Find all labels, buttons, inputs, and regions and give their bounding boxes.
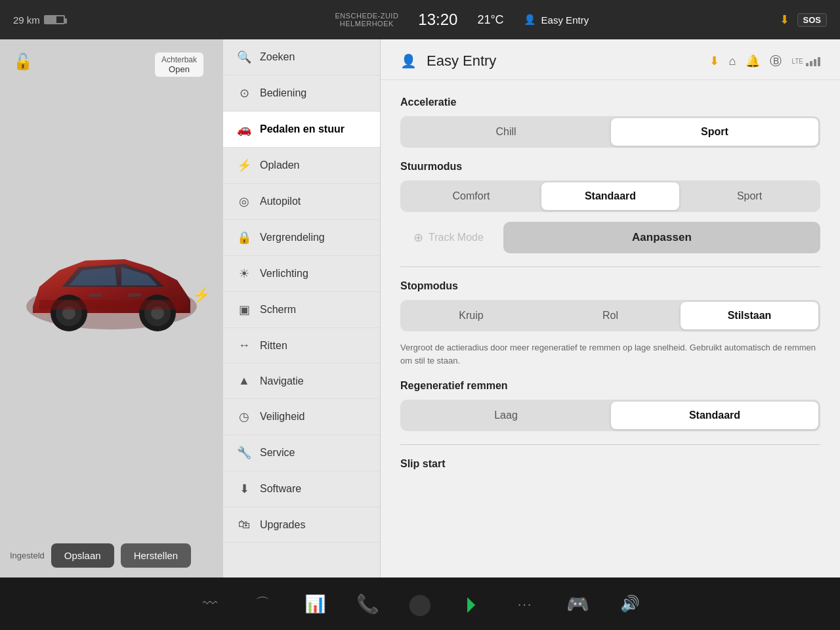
nav-item-autopilot[interactable]: ◎ Autopilot bbox=[223, 184, 380, 220]
acceleratie-sport-btn[interactable]: Sport bbox=[611, 118, 818, 146]
battery-km: 29 km bbox=[13, 14, 40, 26]
regeneratief-laag-btn[interactable]: Laag bbox=[402, 402, 610, 429]
lte-label: LTE bbox=[791, 58, 803, 65]
safety-icon: ◷ bbox=[236, 410, 252, 424]
settings-content: Acceleratie Chill Sport Stuurmodus Comfo… bbox=[381, 80, 840, 494]
time-display: 13:20 bbox=[418, 10, 457, 29]
stopmodus-rol-btn[interactable]: Rol bbox=[541, 302, 679, 329]
light-icon: ☀ bbox=[236, 266, 252, 281]
car-display-area: Achterbak Open 🔓 ⚡ bbox=[0, 39, 223, 534]
trips-icon: ↔ bbox=[236, 339, 252, 352]
signal-bars bbox=[806, 56, 820, 66]
nav-item-ritten[interactable]: ↔ Ritten bbox=[223, 328, 380, 364]
stopmodus-description: Vergroot de actieradius door meer regene… bbox=[400, 341, 820, 367]
track-mode-row: ⊕ Track Mode Aanpassen bbox=[400, 222, 820, 253]
aanpassen-button[interactable]: Aanpassen bbox=[503, 222, 820, 253]
stopmodus-kruip-btn[interactable]: Kruip bbox=[402, 302, 540, 329]
herstellen-button[interactable]: Herstellen bbox=[121, 543, 192, 568]
lock-nav-icon: 🔒 bbox=[236, 230, 252, 245]
profile-person-icon: 👤 bbox=[524, 14, 536, 26]
settings-header: 👤 Easy Entry ⬇ ⌂ 🔔 Ⓑ LTE bbox=[381, 39, 840, 80]
ingesteld-label: Ingesteld bbox=[10, 551, 45, 560]
stuurmodus-standaard-btn[interactable]: Standaard bbox=[541, 182, 679, 210]
divider-1 bbox=[400, 266, 820, 267]
nav-label-vergrendeling: Vergrendeling bbox=[260, 232, 325, 243]
wrench-icon: 🔧 bbox=[236, 446, 252, 460]
stuurmodus-sport-btn[interactable]: Sport bbox=[681, 182, 818, 210]
nav-label-navigatie: Navigatie bbox=[260, 375, 304, 387]
nav-item-service[interactable]: 🔧 Service bbox=[223, 435, 380, 471]
stopmodus-stilstaan-btn[interactable]: Stilstaan bbox=[681, 302, 818, 329]
nav-item-verlichting[interactable]: ☀ Verlichting bbox=[223, 256, 380, 292]
profile-section[interactable]: 👤 Easy Entry bbox=[524, 14, 589, 26]
acceleratie-group: Chill Sport bbox=[400, 116, 820, 148]
home-header-icon[interactable]: ⌂ bbox=[729, 54, 736, 68]
car-icon: 🚗 bbox=[236, 122, 252, 136]
regeneratief-standaard-btn[interactable]: Standaard bbox=[611, 402, 818, 429]
nav-item-pedalen[interactable]: 🚗 Pedalen en stuur bbox=[223, 112, 380, 148]
profile-name: Easy Entry bbox=[541, 14, 589, 26]
charge-icon: ⚡ bbox=[192, 287, 210, 304]
nav-item-opladen[interactable]: ⚡ Opladen bbox=[223, 148, 380, 184]
nav-item-zoeken[interactable]: 🔍 Zoeken bbox=[223, 39, 380, 75]
trunk-status: Open bbox=[161, 64, 197, 74]
nav-item-scherm[interactable]: ▣ Scherm bbox=[223, 292, 380, 328]
opslaan-button[interactable]: Opslaan bbox=[51, 543, 114, 568]
stuurmodus-group: Comfort Standaard Sport bbox=[400, 180, 820, 212]
nav-label-bediening: Bediening bbox=[260, 87, 306, 99]
left-panel: Achterbak Open 🔓 ⚡ bbox=[0, 39, 223, 578]
stuurmodus-comfort-btn[interactable]: Comfort bbox=[402, 182, 540, 210]
bluetooth-header-icon[interactable]: Ⓑ bbox=[770, 53, 782, 69]
status-center: ENSCHEDE-ZUID HELMERHOEK 13:20 21°C 👤 Ea… bbox=[158, 10, 766, 29]
track-mode-label: Track Mode bbox=[429, 232, 484, 243]
signal-bar-1 bbox=[806, 63, 808, 66]
spotify-taskbar-icon[interactable]: ⏵ bbox=[456, 587, 489, 620]
battery-fill bbox=[45, 16, 56, 23]
track-mode-disabled: ⊕ Track Mode bbox=[400, 222, 497, 253]
nav-panel: 🔍 Zoeken ⊙ Bediening 🚗 Pedalen en stuur … bbox=[223, 39, 381, 578]
camera-taskbar-icon[interactable]: ⬤ bbox=[404, 587, 436, 620]
nav-item-bediening[interactable]: ⊙ Bediening bbox=[223, 75, 380, 112]
more-taskbar-icon[interactable]: ··· bbox=[509, 587, 541, 620]
trunk-badge: Achterbak Open bbox=[155, 52, 203, 77]
lock-icon: 🔓 bbox=[13, 52, 33, 71]
nav-item-veiligheid[interactable]: ◷ Veiligheid bbox=[223, 399, 380, 435]
download-header-icon[interactable]: ⬇ bbox=[709, 54, 719, 68]
divider-2 bbox=[400, 444, 820, 445]
nav-label-zoeken: Zoeken bbox=[260, 51, 295, 63]
settings-header-icons: ⬇ ⌂ 🔔 Ⓑ LTE bbox=[709, 53, 820, 69]
volume-taskbar-icon[interactable]: 🔊 bbox=[614, 587, 646, 620]
settings-title: Easy Entry bbox=[427, 52, 496, 70]
wiper-taskbar-icon[interactable]: ⌒ bbox=[246, 587, 279, 620]
search-icon: 🔍 bbox=[236, 50, 252, 64]
nav-item-vergrendeling[interactable]: 🔒 Vergrendeling bbox=[223, 220, 380, 256]
location-name: ENSCHEDE-ZUID bbox=[335, 12, 398, 20]
status-right: ⬇ SOS bbox=[780, 12, 827, 27]
nav-item-upgrades[interactable]: 🛍 Upgrades bbox=[223, 507, 380, 543]
nav-item-software[interactable]: ⬇ Software bbox=[223, 471, 380, 507]
svg-rect-7 bbox=[89, 293, 102, 297]
acceleratie-chill-btn[interactable]: Chill bbox=[402, 118, 610, 146]
nav-item-navigatie[interactable]: ▲ Navigatie bbox=[223, 364, 380, 399]
status-left: 29 km bbox=[13, 14, 144, 26]
heat-taskbar-icon[interactable]: 〰 bbox=[194, 587, 226, 620]
bell-header-icon[interactable]: 🔔 bbox=[746, 54, 760, 68]
acceleratie-title: Acceleratie bbox=[400, 96, 820, 108]
status-bar: 29 km ENSCHEDE-ZUID HELMERHOEK 13:20 21°… bbox=[0, 0, 840, 39]
nav-label-veiligheid: Veiligheid bbox=[260, 411, 305, 423]
stopmodus-group: Kruip Rol Stilstaan bbox=[400, 300, 820, 331]
upgrades-icon: 🛍 bbox=[236, 518, 252, 532]
bottom-buttons: Ingesteld Opslaan Herstellen bbox=[0, 534, 223, 578]
nav-label-ritten: Ritten bbox=[260, 340, 287, 352]
nav-label-pedalen: Pedalen en stuur bbox=[260, 123, 345, 135]
nav-label-autopilot: Autopilot bbox=[260, 196, 301, 207]
phone-taskbar-icon[interactable]: 📞 bbox=[351, 587, 384, 620]
chart-taskbar-icon[interactable]: 📊 bbox=[299, 587, 331, 620]
signal-wrapper: LTE bbox=[791, 56, 820, 66]
battery-bar bbox=[44, 15, 65, 24]
games-taskbar-icon[interactable]: 🎮 bbox=[561, 587, 594, 620]
nav-label-upgrades: Upgrades bbox=[260, 519, 305, 531]
regeneratief-title: Regeneratief remmen bbox=[400, 380, 820, 392]
battery-info: 29 km bbox=[13, 14, 65, 26]
nav-label-verlichting: Verlichting bbox=[260, 268, 308, 280]
